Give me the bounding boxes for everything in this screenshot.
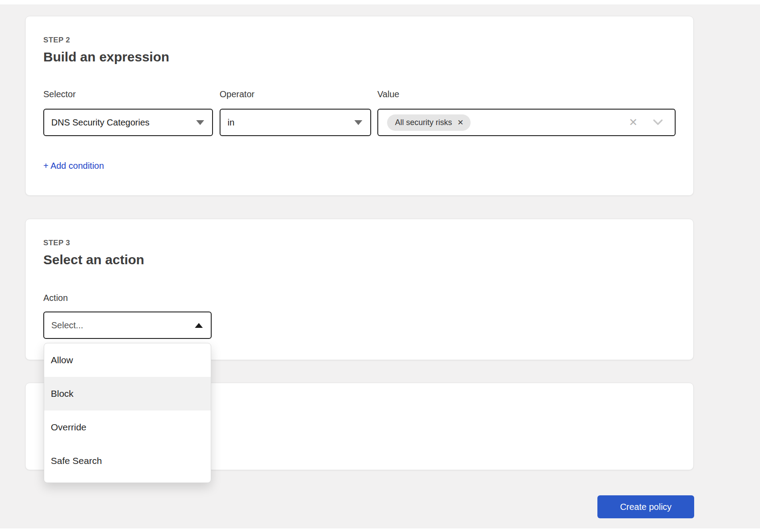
create-policy-button[interactable]: Create policy [597, 495, 694, 518]
step3-label: STEP 3 [43, 239, 676, 247]
operator-value: in [228, 118, 354, 128]
action-select-placeholder: Select... [51, 320, 195, 331]
value-tag-label: All security risks [395, 118, 452, 127]
chevron-down-icon [354, 120, 362, 125]
selector-label: Selector [43, 89, 213, 99]
selector-dropdown[interactable]: DNS Security Categories [43, 109, 213, 136]
chevron-down-icon [196, 120, 204, 125]
step2-title: Build an expression [43, 49, 676, 65]
operator-label: Operator [220, 89, 371, 99]
value-label: Value [377, 89, 676, 99]
operator-dropdown[interactable]: in [220, 109, 371, 136]
tag-remove-icon[interactable]: ✕ [457, 118, 464, 127]
step2-label: STEP 2 [43, 36, 676, 45]
value-multiselect[interactable]: All security risks ✕ ✕ [377, 109, 676, 136]
step2-card: STEP 2 Build an expression Selector DNS … [25, 16, 694, 196]
menu-item-override[interactable]: Override [44, 410, 211, 444]
step3-card: STEP 3 Select an action Action Select... [25, 219, 694, 360]
menu-item-block[interactable]: Block [44, 377, 211, 410]
menu-item-safe-search[interactable]: Safe Search [44, 444, 211, 478]
add-condition-link[interactable]: + Add condition [43, 161, 104, 171]
step3-title: Select an action [43, 252, 676, 268]
value-tag: All security risks ✕ [387, 114, 471, 131]
action-label: Action [43, 293, 676, 303]
chevron-down-icon[interactable] [653, 119, 663, 126]
action-options-menu: Allow Block Override Safe Search [44, 343, 211, 483]
selector-field: Selector DNS Security Categories [43, 89, 213, 136]
policy-builder-screen: STEP 2 Build an expression Selector DNS … [0, 0, 760, 532]
selector-value: DNS Security Categories [51, 118, 196, 128]
chevron-up-icon [195, 323, 203, 328]
action-select[interactable]: Select... [43, 312, 212, 339]
expression-fields-row: Selector DNS Security Categories Operato… [43, 89, 676, 136]
menu-item-allow[interactable]: Allow [44, 343, 211, 377]
operator-field: Operator in [220, 89, 371, 136]
clear-all-icon[interactable]: ✕ [629, 116, 638, 129]
value-field: Value All security risks ✕ ✕ [377, 89, 676, 136]
